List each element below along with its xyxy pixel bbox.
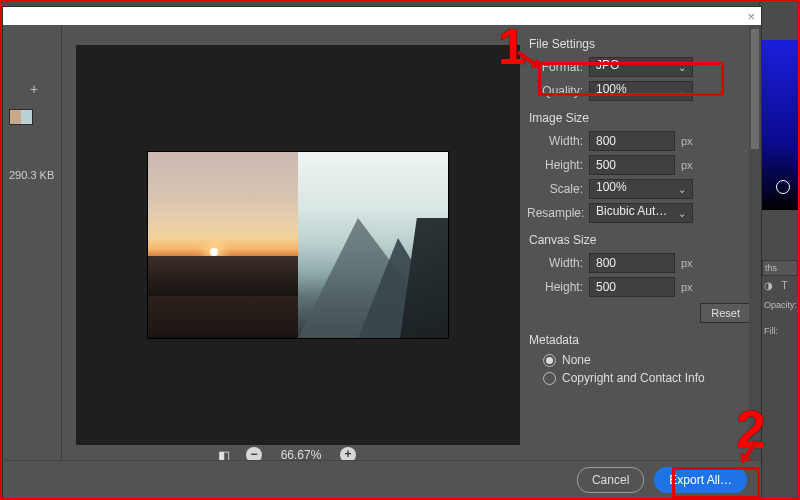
close-icon[interactable]: ×: [747, 9, 755, 24]
height-input[interactable]: [589, 155, 675, 175]
width-label: Width:: [527, 134, 583, 148]
fill-label: Fill:: [764, 326, 778, 336]
metadata-contact-row[interactable]: Copyright and Contact Info: [543, 371, 751, 385]
metadata-title: Metadata: [529, 333, 751, 347]
chevron-down-icon: ⌄: [678, 62, 686, 73]
unit-px: px: [681, 281, 699, 293]
cancel-button[interactable]: Cancel: [577, 467, 644, 493]
preview-image: [148, 152, 448, 338]
chevron-down-icon: ⌄: [678, 184, 686, 195]
export-all-button[interactable]: Export All…: [654, 467, 747, 493]
file-settings-title: File Settings: [529, 37, 751, 51]
unit-px: px: [681, 257, 699, 269]
canvas-size-title: Canvas Size: [529, 233, 751, 247]
settings-scrollbar[interactable]: [749, 25, 761, 461]
preview-right-half: [298, 152, 448, 338]
reset-button[interactable]: Reset: [700, 303, 751, 323]
preview-pane: ◧ − 66.67% +: [62, 25, 523, 461]
scale-value: 100%: [596, 180, 627, 194]
quality-select[interactable]: 100% ⌄: [589, 81, 693, 101]
radio-icon[interactable]: [543, 354, 556, 367]
add-asset-button[interactable]: +: [25, 81, 43, 99]
chevron-down-icon: ⌄: [678, 86, 686, 97]
resample-select[interactable]: Bicubic Aut… ⌄: [589, 203, 693, 223]
scale-label: Scale:: [527, 182, 583, 196]
annotation-arrow-2: [736, 440, 762, 470]
opacity-label: Opacity:: [764, 300, 797, 310]
radio-icon[interactable]: [543, 372, 556, 385]
quality-row: Quality: 100% ⌄: [527, 81, 751, 101]
thumbnail-strip: + 290.3 KB: [3, 25, 62, 461]
format-value: JPG: [596, 58, 619, 72]
chevron-down-icon: ⌄: [678, 208, 686, 219]
width-input[interactable]: [589, 131, 675, 151]
unit-px: px: [681, 159, 699, 171]
preview-left-half: [148, 152, 298, 338]
metadata-none-row[interactable]: None: [543, 353, 751, 367]
image-size-title: Image Size: [529, 111, 751, 125]
color-ring-icon: [776, 180, 790, 194]
quality-value: 100%: [596, 82, 627, 96]
annotation-arrow-1: [516, 50, 546, 74]
format-select[interactable]: JPG ⌄: [589, 57, 693, 77]
dialog-footer: Cancel Export All…: [3, 460, 761, 499]
resample-value: Bicubic Aut…: [596, 204, 667, 218]
metadata-none-label: None: [562, 353, 591, 367]
thumbnail-filesize: 290.3 KB: [9, 169, 54, 181]
unit-px: px: [681, 135, 699, 147]
format-row: Format: JPG ⌄: [527, 57, 751, 77]
quality-label: Quality:: [527, 84, 583, 98]
resample-label: Resample:: [527, 206, 583, 220]
canvas-width-label: Width:: [527, 256, 583, 270]
metadata-contact-label: Copyright and Contact Info: [562, 371, 705, 385]
scale-select[interactable]: 100% ⌄: [589, 179, 693, 199]
thumbnail-item[interactable]: [9, 109, 33, 125]
export-dialog: × + 290.3 KB: [2, 6, 762, 500]
canvas-height-input[interactable]: [589, 277, 675, 297]
height-label: Height:: [527, 158, 583, 172]
preview-canvas: [76, 45, 520, 445]
panel-tab: ths: [762, 260, 798, 276]
panel-icons: ◑ T: [764, 280, 800, 291]
dialog-titlebar: ×: [3, 7, 761, 25]
canvas-width-input[interactable]: [589, 253, 675, 273]
settings-panel: File Settings Format: JPG ⌄ Quality: 100…: [523, 25, 761, 461]
canvas-height-label: Height:: [527, 280, 583, 294]
